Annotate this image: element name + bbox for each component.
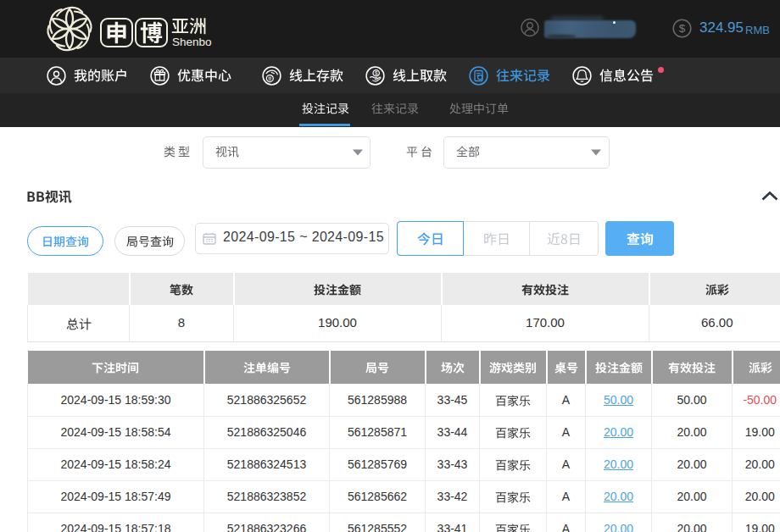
svg-text:$: $	[375, 69, 378, 75]
svg-text:$: $	[679, 22, 686, 35]
